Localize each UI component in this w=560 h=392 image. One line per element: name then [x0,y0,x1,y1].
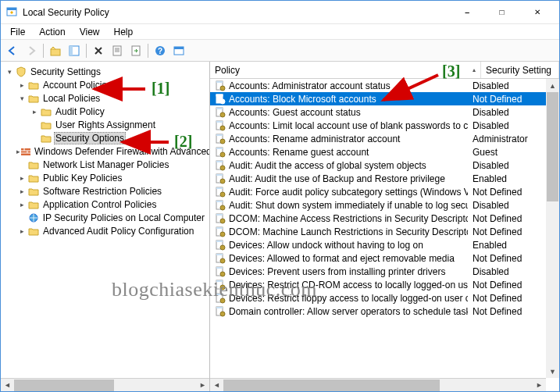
up-icon[interactable] [47,42,64,59]
policy-row[interactable]: Devices: Prevent users from installing p… [210,265,546,278]
policy-row[interactable]: Devices: Allow undock without having to … [210,238,546,251]
policy-row[interactable]: Audit: Audit the use of Backup and Resto… [210,172,546,185]
policy-name: Domain controller: Allow server operator… [229,306,468,317]
policy-item-icon [215,134,226,144]
svg-point-67 [220,285,225,290]
menu-file[interactable]: File [4,25,31,39]
policy-name: Devices: Restrict CD-ROM access to local… [229,280,468,290]
scroll-down-icon[interactable]: ▼ [546,365,559,378]
sort-ascending-icon: ▴ [473,66,476,73]
policy-item-icon [215,147,226,158]
policy-row[interactable]: Audit: Force audit policy subcategory se… [210,185,546,198]
list-v-scrollbar[interactable]: ▲ ▼ [546,79,559,378]
scroll-up-icon[interactable]: ▲ [546,79,559,92]
tree-item[interactable]: ▸Account Policies [4,78,209,91]
tree-item[interactable]: ▾Local Policies [4,91,209,105]
policy-list[interactable]: Accounts: Administrator account statusDi… [210,79,546,378]
folder-icon [27,226,40,237]
policy-row[interactable]: Accounts: Rename administrator accountAd… [210,132,546,145]
policy-row[interactable]: Accounts: Guest account statusDisabled [210,105,546,119]
policy-row[interactable]: Devices: Restrict floppy access to local… [210,291,546,305]
folder-icon [40,133,52,144]
svg-rect-42 [216,174,223,176]
delete-icon[interactable] [90,42,107,59]
tree-item[interactable]: ▸Software Restriction Policies [4,184,209,198]
menu-action[interactable]: Action [33,25,71,39]
back-button[interactable] [4,42,21,59]
chevron-right-icon[interactable]: ▸ [16,81,27,89]
tree-item[interactable]: ▸User Rights Assignment [4,118,209,131]
policy-row[interactable]: Domain controller: Allow server operator… [210,305,546,318]
svg-rect-33 [216,134,223,136]
show-hide-tree-icon[interactable] [66,42,83,59]
minimize-button[interactable]: ‒ [449,2,484,23]
tree-item[interactable]: ▸Advanced Audit Policy Configuration [4,224,209,237]
scroll-right-icon[interactable]: ► [533,379,546,392]
svg-point-43 [220,179,225,184]
tree-item[interactable]: ▸Windows Defender Firewall with Advanced… [4,144,209,158]
close-button[interactable]: ✕ [519,2,555,23]
forward-button[interactable] [23,42,40,59]
chevron-right-icon[interactable]: ▸ [16,174,27,182]
policy-row[interactable]: DCOM: Machine Launch Restrictions in Sec… [210,225,546,238]
policy-item-icon [215,213,226,224]
column-security-setting[interactable]: Security Setting [481,62,559,78]
policy-row[interactable]: Accounts: Administrator account statusDi… [210,79,546,92]
tree-item[interactable]: ▸Application Control Policies [4,198,209,211]
policy-setting: Disabled [468,160,546,171]
svg-rect-24 [216,94,223,96]
policy-row[interactable]: Devices: Restrict CD-ROM access to local… [210,278,546,291]
chevron-down-icon[interactable]: ▾ [4,68,15,76]
tree-item[interactable]: ▸Network List Manager Policies [4,158,209,171]
svg-point-25 [220,99,225,104]
column-policy-label: Policy [215,65,240,76]
folder-icon [40,106,52,117]
svg-point-40 [220,166,225,170]
svg-point-73 [220,312,225,316]
chevron-down-icon[interactable]: ▾ [16,94,27,102]
policy-row[interactable]: Accounts: Rename guest accountGuest [210,145,546,159]
policy-row[interactable]: Audit: Audit the access of global system… [210,159,546,172]
scroll-left-icon[interactable]: ◄ [210,379,223,392]
policy-row[interactable]: DCOM: Machine Access Restrictions in Sec… [210,212,546,225]
policy-name: Accounts: Guest account status [229,107,361,118]
export-icon[interactable] [127,42,144,59]
help-icon[interactable]: ? [152,42,169,59]
policy-tree[interactable]: ▾ Security Settings ▸Account Policies▾Lo… [1,62,209,241]
policy-row[interactable]: Devices: Allowed to format and eject rem… [210,251,546,265]
policy-row[interactable]: Accounts: Block Microsoft accountsNot De… [210,92,546,105]
policy-item-icon [215,306,226,317]
refresh-icon[interactable] [170,42,187,59]
scroll-right-icon[interactable]: ► [196,379,209,392]
svg-rect-27 [216,108,223,109]
chevron-right-icon[interactable]: ▸ [16,187,27,195]
svg-rect-13 [174,47,184,49]
chevron-right-icon[interactable]: ▸ [16,227,27,235]
menu-view[interactable]: View [73,25,106,39]
tree-item[interactable]: ▸Public Key Policies [4,171,209,184]
column-policy[interactable]: Policy ▴ [210,62,481,78]
chevron-right-icon[interactable]: ▸ [16,201,27,208]
tree-item[interactable]: ▸IP Security Policies on Local Computer [4,211,209,224]
policy-name: Accounts: Rename administrator account [229,134,400,144]
policy-setting: Disabled [468,120,546,131]
tree-h-scrollbar[interactable]: ◄ ► [1,378,209,391]
tree-item-label: User Rights Assignment [54,119,157,130]
properties-icon[interactable] [109,42,126,59]
policy-row[interactable]: Audit: Shut down system immediately if u… [210,198,546,212]
tree-item[interactable]: ▸Security Options [4,131,209,144]
policy-item-icon [215,120,226,131]
scroll-left-icon[interactable]: ◄ [1,379,14,392]
menu-bar: File Action View Help [1,24,559,40]
policy-row[interactable]: Accounts: Limit local account use of bla… [210,119,546,132]
svg-point-22 [220,86,225,91]
maximize-button[interactable]: □ [484,2,519,23]
chevron-right-icon[interactable]: ▸ [29,108,40,116]
folder-icon [27,186,40,197]
tree-item[interactable]: ▸Audit Policy [4,105,209,118]
tree-root-label: Security Settings [29,66,102,77]
menu-help[interactable]: Help [108,25,140,39]
list-h-scrollbar[interactable]: ◄ ► [210,378,546,391]
policy-setting: Not Defined [468,306,546,317]
tree-root[interactable]: ▾ Security Settings [4,65,209,78]
